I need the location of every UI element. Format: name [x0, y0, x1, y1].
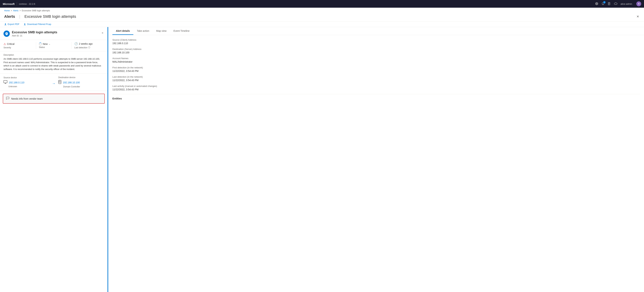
- notification-badge: 0: [603, 1, 606, 3]
- status-dropdown-arrow[interactable]: ⌄: [49, 43, 50, 45]
- account-names-label: Account Names: [112, 57, 640, 60]
- settings-icon[interactable]: [595, 2, 598, 6]
- detail-row-source-address: Source (Client) Address 192.168.0.110: [112, 38, 640, 45]
- tab-event-timeline[interactable]: Event Timeline: [170, 27, 193, 35]
- source-device-block: Source device 192.168.0.110 Unknown: [4, 76, 49, 88]
- top-navigation: Microsoft contoso - 22.2.6 0: [0, 0, 644, 8]
- alert-shield-icon: [4, 30, 10, 37]
- tab-take-action[interactable]: Take action: [133, 27, 153, 35]
- alert-id: Alert ID: 21: [12, 34, 57, 37]
- svg-point-10: [59, 81, 59, 81]
- page-header-left: Alerts | Excessive SMB login attempts: [4, 14, 76, 19]
- detail-row-dest-address: Destination (Server) Address 192.168.10.…: [112, 48, 640, 54]
- status-value-row: New ⌄: [39, 42, 68, 45]
- devices-section: Source device 192.168.0.110 Unknown →: [0, 73, 108, 91]
- last-detection-cell: 🕐 2 weeks ago Last detection ⓘ: [74, 42, 104, 49]
- svg-rect-4: [4, 80, 7, 83]
- breadcrumb-sep-2: >: [20, 9, 21, 12]
- source-device-name-row: 192.168.0.110: [4, 80, 49, 85]
- first-detection-label: First detection (in the network): [112, 66, 640, 69]
- detail-row-last-activity: Last activity (manual or automated chang…: [112, 85, 640, 91]
- user-avatar[interactable]: A: [636, 1, 641, 6]
- dest-device-label: Destination device: [58, 76, 104, 79]
- microsoft-logo: Microsoft: [3, 2, 15, 5]
- page-header: Alerts | Excessive SMB login attempts ✕: [0, 13, 644, 21]
- description-label: Description: [4, 54, 104, 56]
- breadcrumb-current: Excessive SMB login attempts: [22, 9, 50, 12]
- last-activity-label: Last activity (manual or automated chang…: [112, 85, 640, 87]
- detail-row-last-detection: Last detection (in the network) 11/22/20…: [112, 75, 640, 82]
- status-cell: New ⌄ Status: [39, 42, 68, 48]
- download-icon: [4, 23, 7, 25]
- breadcrumb-sep-1: >: [11, 9, 12, 12]
- left-panel: Excessive SMB login attempts Alert ID: 2…: [0, 27, 108, 292]
- notification-icon[interactable]: 0: [602, 2, 604, 6]
- breadcrumb-alerts[interactable]: Alerts: [13, 9, 18, 12]
- last-activity-value: 11/22/2022, 3:54:43 PM: [112, 88, 640, 91]
- arrow-connector-icon: →: [52, 81, 56, 85]
- dest-device-ip[interactable]: 192.168.10.100: [63, 81, 80, 84]
- org-name: contoso - 22.2.6: [19, 2, 595, 5]
- user-name-label[interactable]: alice-admin: [620, 2, 632, 5]
- nav-icons: 0 alice-admin A: [595, 1, 641, 6]
- right-panel: Alert details Take action Map view Event…: [108, 27, 644, 292]
- status-spinner-icon: [39, 42, 42, 45]
- comment-text: Needs info from vendor team: [11, 97, 43, 100]
- dest-device-icon: [58, 80, 62, 85]
- comment-icon: [6, 96, 10, 101]
- clock-icon: 🕐: [74, 42, 78, 45]
- tab-map-view[interactable]: Map view: [153, 27, 170, 35]
- alert-title-block: Excessive SMB login attempts Alert ID: 2…: [12, 30, 57, 37]
- source-address-label: Source (Client) Address: [112, 38, 640, 41]
- description-text: An SMB client 192.168.0.110 performs exc…: [4, 57, 104, 71]
- source-device-ip[interactable]: 192.168.0.110: [9, 81, 24, 84]
- dest-address-label: Destination (Server) Address: [112, 48, 640, 50]
- first-detection-value: 11/22/2022, 3:54:43 PM: [112, 70, 640, 72]
- severity-cell: ⚠ Critical Severity: [4, 42, 33, 49]
- svg-point-11: [59, 82, 59, 82]
- page-title: Alerts: [4, 14, 15, 19]
- alert-name: Excessive SMB login attempts: [12, 30, 57, 34]
- book-icon[interactable]: [608, 2, 611, 6]
- severity-value: ⚠ Critical: [4, 42, 33, 46]
- source-device-icon: [4, 80, 7, 85]
- collapse-button[interactable]: «: [101, 30, 104, 35]
- status-divider-1: [36, 42, 36, 49]
- dest-address-value: 192.168.10.100: [112, 51, 640, 54]
- alert-header: Excessive SMB login attempts Alert ID: 2…: [0, 27, 108, 40]
- source-device-sub: Unknown: [8, 85, 49, 88]
- last-detection-field-label: Last detection (in the network): [112, 75, 640, 78]
- dest-device-block: Destination device 192.168.10.100: [58, 76, 104, 88]
- page-subtitle: Excessive SMB login attempts: [24, 14, 76, 19]
- download-pcap-button[interactable]: Download Filtered Pcap: [24, 23, 51, 25]
- tab-alert-details[interactable]: Alert details: [112, 27, 133, 35]
- last-detection-field-value: 11/22/2022, 3:54:43 PM: [112, 79, 640, 82]
- alert-details-content: Source (Client) Address 192.168.0.110 De…: [108, 35, 644, 103]
- nav-separator: [17, 2, 17, 5]
- close-button[interactable]: ✕: [636, 14, 640, 19]
- source-address-value: 192.168.0.110: [112, 42, 640, 45]
- alert-header-left: Excessive SMB login attempts Alert ID: 2…: [4, 30, 57, 37]
- detail-row-first-detection: First detection (in the network) 11/22/2…: [112, 66, 640, 72]
- severity-label: Severity: [4, 46, 33, 49]
- toolbar: Export PDF Download Filtered Pcap: [0, 21, 644, 27]
- status-label: Status: [39, 46, 68, 48]
- cloud-icon[interactable]: [614, 2, 618, 6]
- entities-label: Entities: [112, 97, 640, 100]
- title-separator: |: [19, 14, 20, 19]
- dest-device-sub: Domain Controller: [63, 85, 104, 88]
- detail-row-account-names: Account Names MAL/Administrator: [112, 57, 640, 63]
- export-pdf-button[interactable]: Export PDF: [4, 23, 19, 25]
- last-detection-info-icon: ⓘ: [88, 46, 90, 49]
- breadcrumb: Home > Alerts > Excessive SMB login atte…: [0, 8, 644, 13]
- dest-device-name-row: 192.168.10.100: [58, 80, 104, 85]
- download-pcap-icon: [24, 23, 26, 25]
- source-device-label: Source device: [4, 76, 49, 79]
- account-names-value: MAL/Administrator: [112, 60, 640, 63]
- detail-divider: [112, 94, 640, 94]
- breadcrumb-home[interactable]: Home: [4, 9, 10, 12]
- comment-section[interactable]: Needs info from vendor team: [3, 94, 105, 104]
- tabs: Alert details Take action Map view Event…: [108, 27, 644, 35]
- main-content: Excessive SMB login attempts Alert ID: 2…: [0, 27, 644, 292]
- critical-icon: ⚠: [4, 42, 6, 46]
